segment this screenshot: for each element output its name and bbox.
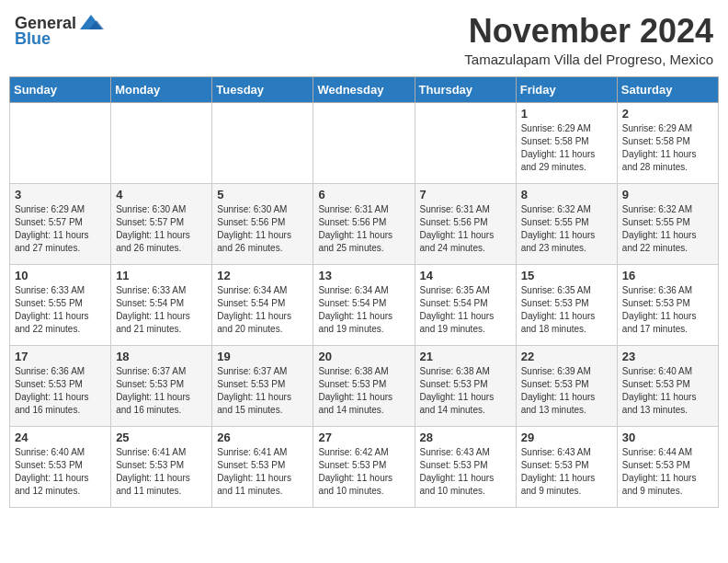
calendar-cell: 2Sunrise: 6:29 AM Sunset: 5:58 PM Daylig… <box>617 102 718 183</box>
calendar-cell: 30Sunrise: 6:44 AM Sunset: 5:53 PM Dayli… <box>617 426 718 507</box>
weekday-header-monday: Monday <box>111 76 212 102</box>
calendar-cell: 21Sunrise: 6:38 AM Sunset: 5:53 PM Dayli… <box>415 345 516 426</box>
day-info: Sunrise: 6:31 AM Sunset: 5:56 PM Dayligh… <box>318 203 409 255</box>
calendar-cell: 9Sunrise: 6:32 AM Sunset: 5:55 PM Daylig… <box>617 183 718 264</box>
day-info: Sunrise: 6:41 AM Sunset: 5:53 PM Dayligh… <box>116 446 207 498</box>
day-number: 4 <box>116 188 207 201</box>
calendar-cell: 22Sunrise: 6:39 AM Sunset: 5:53 PM Dayli… <box>516 345 617 426</box>
day-number: 2 <box>622 107 713 121</box>
day-info: Sunrise: 6:43 AM Sunset: 5:53 PM Dayligh… <box>521 446 612 498</box>
day-number: 9 <box>622 188 713 201</box>
logo-icon <box>78 13 104 33</box>
calendar-cell: 29Sunrise: 6:43 AM Sunset: 5:53 PM Dayli… <box>516 426 617 507</box>
day-info: Sunrise: 6:42 AM Sunset: 5:53 PM Dayligh… <box>318 446 409 498</box>
day-info: Sunrise: 6:31 AM Sunset: 5:56 PM Dayligh… <box>420 203 511 255</box>
calendar-cell: 12Sunrise: 6:34 AM Sunset: 5:54 PM Dayli… <box>212 264 313 345</box>
day-number: 22 <box>521 350 612 363</box>
logo: General Blue <box>15 13 104 49</box>
calendar-cell <box>212 102 313 183</box>
calendar-cell: 4Sunrise: 6:30 AM Sunset: 5:57 PM Daylig… <box>111 183 212 264</box>
calendar-cell: 19Sunrise: 6:37 AM Sunset: 5:53 PM Dayli… <box>212 345 313 426</box>
day-number: 5 <box>217 188 308 201</box>
day-number: 14 <box>420 269 511 282</box>
page-header: General Blue November 2024 Tamazulapam V… <box>9 9 719 71</box>
day-number: 10 <box>15 269 106 282</box>
calendar-cell: 13Sunrise: 6:34 AM Sunset: 5:54 PM Dayli… <box>313 264 415 345</box>
day-number: 11 <box>116 269 207 282</box>
calendar-cell: 5Sunrise: 6:30 AM Sunset: 5:56 PM Daylig… <box>212 183 313 264</box>
day-number: 8 <box>521 188 612 201</box>
day-info: Sunrise: 6:37 AM Sunset: 5:53 PM Dayligh… <box>116 365 207 417</box>
calendar-week-row-5: 24Sunrise: 6:40 AM Sunset: 5:53 PM Dayli… <box>10 426 719 507</box>
calendar-table: SundayMondayTuesdayWednesdayThursdayFrid… <box>9 76 719 508</box>
calendar-cell <box>10 102 111 183</box>
calendar-cell: 24Sunrise: 6:40 AM Sunset: 5:53 PM Dayli… <box>10 426 111 507</box>
day-info: Sunrise: 6:29 AM Sunset: 5:58 PM Dayligh… <box>521 122 612 174</box>
day-info: Sunrise: 6:37 AM Sunset: 5:53 PM Dayligh… <box>217 365 308 417</box>
day-info: Sunrise: 6:41 AM Sunset: 5:53 PM Dayligh… <box>217 446 308 498</box>
calendar-cell <box>313 102 415 183</box>
weekday-header-friday: Friday <box>516 76 617 102</box>
day-info: Sunrise: 6:34 AM Sunset: 5:54 PM Dayligh… <box>217 284 308 336</box>
calendar-cell: 8Sunrise: 6:32 AM Sunset: 5:55 PM Daylig… <box>516 183 617 264</box>
day-number: 16 <box>622 269 713 282</box>
weekday-header-sunday: Sunday <box>10 76 111 102</box>
day-number: 13 <box>318 269 409 282</box>
calendar-cell: 3Sunrise: 6:29 AM Sunset: 5:57 PM Daylig… <box>10 183 111 264</box>
calendar-cell: 27Sunrise: 6:42 AM Sunset: 5:53 PM Dayli… <box>313 426 415 507</box>
day-number: 27 <box>318 431 409 444</box>
day-number: 3 <box>15 188 106 201</box>
day-info: Sunrise: 6:29 AM Sunset: 5:58 PM Dayligh… <box>622 122 713 174</box>
day-number: 26 <box>217 431 308 444</box>
location-title: Tamazulapam Villa del Progreso, Mexico <box>464 52 713 67</box>
day-number: 21 <box>420 350 511 363</box>
calendar-cell: 7Sunrise: 6:31 AM Sunset: 5:56 PM Daylig… <box>415 183 516 264</box>
calendar-cell <box>415 102 516 183</box>
logo-text-blue: Blue <box>15 29 51 49</box>
day-number: 29 <box>521 431 612 444</box>
day-info: Sunrise: 6:38 AM Sunset: 5:53 PM Dayligh… <box>420 365 511 417</box>
calendar-cell: 28Sunrise: 6:43 AM Sunset: 5:53 PM Dayli… <box>415 426 516 507</box>
calendar-cell: 11Sunrise: 6:33 AM Sunset: 5:54 PM Dayli… <box>111 264 212 345</box>
day-info: Sunrise: 6:40 AM Sunset: 5:53 PM Dayligh… <box>622 365 713 417</box>
day-info: Sunrise: 6:36 AM Sunset: 5:53 PM Dayligh… <box>622 284 713 336</box>
day-info: Sunrise: 6:38 AM Sunset: 5:53 PM Dayligh… <box>318 365 409 417</box>
day-info: Sunrise: 6:40 AM Sunset: 5:53 PM Dayligh… <box>15 446 106 498</box>
calendar-cell: 26Sunrise: 6:41 AM Sunset: 5:53 PM Dayli… <box>212 426 313 507</box>
weekday-header-saturday: Saturday <box>617 76 718 102</box>
day-number: 24 <box>15 431 106 444</box>
calendar-cell: 16Sunrise: 6:36 AM Sunset: 5:53 PM Dayli… <box>617 264 718 345</box>
day-info: Sunrise: 6:35 AM Sunset: 5:53 PM Dayligh… <box>521 284 612 336</box>
day-number: 30 <box>622 431 713 444</box>
day-info: Sunrise: 6:44 AM Sunset: 5:53 PM Dayligh… <box>622 446 713 498</box>
day-info: Sunrise: 6:36 AM Sunset: 5:53 PM Dayligh… <box>15 365 106 417</box>
title-block: November 2024 Tamazulapam Villa del Prog… <box>464 13 713 67</box>
weekday-header-thursday: Thursday <box>415 76 516 102</box>
weekday-header-wednesday: Wednesday <box>313 76 415 102</box>
calendar-cell <box>111 102 212 183</box>
calendar-cell: 1Sunrise: 6:29 AM Sunset: 5:58 PM Daylig… <box>516 102 617 183</box>
day-info: Sunrise: 6:33 AM Sunset: 5:54 PM Dayligh… <box>116 284 207 336</box>
day-number: 20 <box>318 350 409 363</box>
calendar-cell: 23Sunrise: 6:40 AM Sunset: 5:53 PM Dayli… <box>617 345 718 426</box>
calendar-cell: 14Sunrise: 6:35 AM Sunset: 5:54 PM Dayli… <box>415 264 516 345</box>
calendar-cell: 10Sunrise: 6:33 AM Sunset: 5:55 PM Dayli… <box>10 264 111 345</box>
day-number: 17 <box>15 350 106 363</box>
day-number: 12 <box>217 269 308 282</box>
day-info: Sunrise: 6:32 AM Sunset: 5:55 PM Dayligh… <box>521 203 612 255</box>
month-title: November 2024 <box>464 13 713 50</box>
calendar-week-row-2: 3Sunrise: 6:29 AM Sunset: 5:57 PM Daylig… <box>10 183 719 264</box>
day-info: Sunrise: 6:32 AM Sunset: 5:55 PM Dayligh… <box>622 203 713 255</box>
calendar-week-row-1: 1Sunrise: 6:29 AM Sunset: 5:58 PM Daylig… <box>10 102 719 183</box>
day-number: 7 <box>420 188 511 201</box>
day-number: 23 <box>622 350 713 363</box>
weekday-header-tuesday: Tuesday <box>212 76 313 102</box>
day-info: Sunrise: 6:30 AM Sunset: 5:57 PM Dayligh… <box>116 203 207 255</box>
calendar-cell: 18Sunrise: 6:37 AM Sunset: 5:53 PM Dayli… <box>111 345 212 426</box>
day-info: Sunrise: 6:39 AM Sunset: 5:53 PM Dayligh… <box>521 365 612 417</box>
day-info: Sunrise: 6:43 AM Sunset: 5:53 PM Dayligh… <box>420 446 511 498</box>
day-info: Sunrise: 6:30 AM Sunset: 5:56 PM Dayligh… <box>217 203 308 255</box>
day-number: 1 <box>521 107 612 121</box>
day-number: 6 <box>318 188 409 201</box>
day-number: 19 <box>217 350 308 363</box>
